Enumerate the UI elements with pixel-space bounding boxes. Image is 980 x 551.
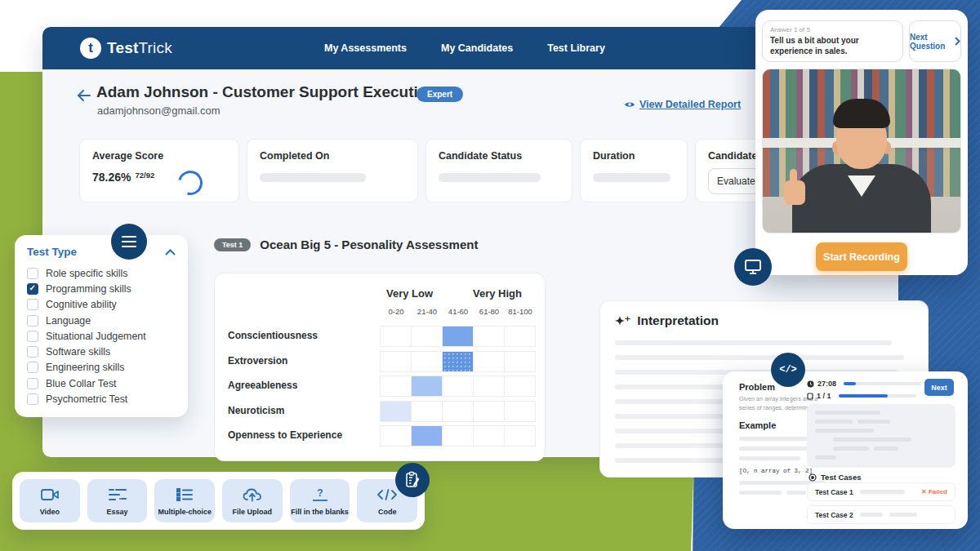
question-blank-icon: ? — [310, 486, 331, 504]
question-count-icon — [807, 393, 813, 400]
chart-row: Conscientiousness — [215, 326, 545, 345]
checkbox[interactable] — [27, 362, 38, 373]
chart-row: Neuroticism — [215, 401, 545, 420]
stat-card-completed-on: Completed On — [247, 139, 418, 202]
code-editor-skeleton — [807, 404, 956, 468]
type-tile-fill-blanks[interactable]: ? Fill in the blanks — [290, 479, 350, 522]
skeleton-bar — [260, 173, 366, 182]
page-canvas: t TestTrick My Assessments My Candidates… — [0, 0, 980, 551]
assessment-heading: Test 1 Ocean Big 5 - Pesonality Assessme… — [214, 238, 478, 251]
nav-item-my-candidates[interactable]: My Candidates — [441, 42, 513, 54]
checkbox[interactable] — [27, 331, 38, 342]
svg-text:?: ? — [317, 487, 323, 499]
test-type-option[interactable]: Psychometric Test — [27, 391, 176, 407]
test-type-option[interactable]: Role specific skills — [27, 265, 176, 281]
test-type-title: Test Type — [27, 246, 77, 258]
score-fraction: 72/92 — [135, 171, 154, 180]
next-question-button[interactable]: Next Question — [909, 20, 961, 62]
brand-logo[interactable]: t TestTrick — [80, 38, 172, 59]
question-step: Answer 1 of 5 — [770, 26, 895, 33]
personality-chart-card: Very Low Very High 0-2021-4041-6061-8081… — [214, 273, 546, 461]
test-type-option[interactable]: Cognitive ability — [27, 297, 176, 313]
nav-item-test-library[interactable]: Test Library — [547, 42, 605, 54]
checkbox[interactable] — [27, 378, 38, 389]
checkbox[interactable] — [27, 299, 38, 310]
code-next-button[interactable]: Next — [924, 379, 954, 396]
checkbox[interactable] — [27, 268, 38, 279]
essay-icon — [108, 486, 127, 504]
test-type-option[interactable]: Software skills — [27, 344, 176, 359]
list-icon — [176, 486, 194, 504]
chevron-right-icon — [955, 37, 960, 46]
candidate-photo — [762, 69, 961, 233]
candidate-title: Adam Johnson - Customer Support Executiv… — [96, 83, 435, 101]
test-type-option[interactable]: Situational Judgement — [27, 328, 176, 344]
checkbox[interactable] — [27, 283, 38, 295]
clock-icon — [807, 380, 814, 388]
stat-card-candidate-status: Candidate Status — [425, 139, 572, 202]
timer-row: 27:08 — [807, 380, 921, 388]
clipboard-pencil-icon[interactable] — [395, 463, 430, 497]
assessment-title: Ocean Big 5 - Pesonality Assessment — [260, 238, 478, 251]
eye-icon — [624, 100, 635, 109]
checkbox[interactable] — [27, 393, 38, 405]
code-badge-icon: </> — [771, 353, 805, 387]
type-tile-essay[interactable]: Essay — [87, 479, 148, 522]
chart-bin-labels: 0-2021-4041-6061-8081-100 — [381, 307, 536, 316]
checkbox[interactable] — [27, 315, 38, 327]
type-tile-video[interactable]: Video — [20, 479, 80, 522]
test-type-panel: Test Type Role specific skills Programmi… — [15, 235, 188, 417]
average-score-value: 78.26% — [92, 171, 131, 184]
brand-name: TestTrick — [107, 39, 172, 57]
test-type-option[interactable]: Programming skills — [27, 281, 176, 296]
question-progress — [839, 394, 916, 398]
code-icon — [376, 486, 398, 504]
timer-progress — [844, 382, 921, 385]
type-tile-multiple-choice[interactable]: Multiple-choice — [154, 479, 215, 522]
hamburger-menu-icon[interactable] — [111, 224, 147, 260]
cloud-upload-icon — [243, 486, 262, 504]
chevron-up-icon[interactable] — [165, 249, 176, 256]
question-text: Tell us a bit about your experience in s… — [770, 35, 895, 56]
skeleton-bar — [439, 173, 541, 182]
failed-status: ✕ Failed — [921, 488, 947, 495]
video-icon — [40, 486, 60, 504]
score-value: 1 / 1 — [817, 392, 831, 400]
test-type-options: Role specific skills Programming skills … — [27, 265, 176, 407]
checkbox[interactable] — [27, 346, 38, 358]
nav-item-my-assessments[interactable]: My Assessments — [324, 42, 407, 54]
monitor-icon[interactable] — [734, 248, 772, 286]
expert-badge: Expert — [416, 87, 463, 102]
chart-row: Extroversion — [215, 351, 545, 371]
skeleton-bar — [593, 173, 670, 182]
brand-logo-icon: t — [80, 38, 101, 59]
interpretation-title: Interpretation — [637, 313, 719, 328]
sparkle-icon: ✦⁺ — [615, 314, 630, 327]
nav-menu: My Assessments My Candidates Test Librar… — [324, 27, 605, 69]
chart-header-very-high: Very High — [473, 287, 522, 300]
coding-test-panel: Problem Given an array integers and a se… — [723, 371, 968, 529]
view-detailed-report-link[interactable]: View Detailed Report — [624, 99, 741, 110]
chart-row: Agreeableness — [215, 375, 545, 395]
target-icon — [808, 473, 817, 482]
question-box: Answer 1 of 5 Tell us a bit about your e… — [762, 20, 903, 62]
test-case-row[interactable]: Test Case 1 ✕ Failed — [807, 482, 956, 501]
chart-header-very-low: Very Low — [386, 287, 433, 300]
chart-rows: Conscientiousness Extroversion Agreeable… — [215, 326, 545, 451]
video-question-card: Answer 1 of 5 Tell us a bit about your e… — [755, 10, 968, 275]
back-arrow-icon[interactable] — [77, 89, 91, 102]
stat-card-duration: Duration — [580, 139, 688, 202]
chart-row: Openness to Experience — [215, 425, 545, 445]
test-type-option[interactable]: Language — [27, 313, 176, 328]
timer-value: 27:08 — [817, 380, 836, 388]
stat-card-average-score: Average Score 78.26%72/92 — [79, 139, 239, 202]
question-types-bar: Video Essay Multiple-choice File Upload … — [12, 472, 425, 530]
test-number-badge: Test 1 — [214, 238, 251, 251]
candidate-email: adamjohnson@gmail.com — [97, 104, 220, 117]
test-type-option[interactable]: Engineering skills — [27, 360, 176, 375]
type-tile-file-upload[interactable]: File Upload — [222, 479, 283, 522]
test-cases-title: Test Cases — [808, 473, 861, 482]
test-case-row[interactable]: Test Case 2 — [807, 505, 956, 524]
start-recording-button[interactable]: Start Recording — [816, 242, 907, 271]
test-type-option[interactable]: Blue Collar Test — [27, 375, 176, 391]
